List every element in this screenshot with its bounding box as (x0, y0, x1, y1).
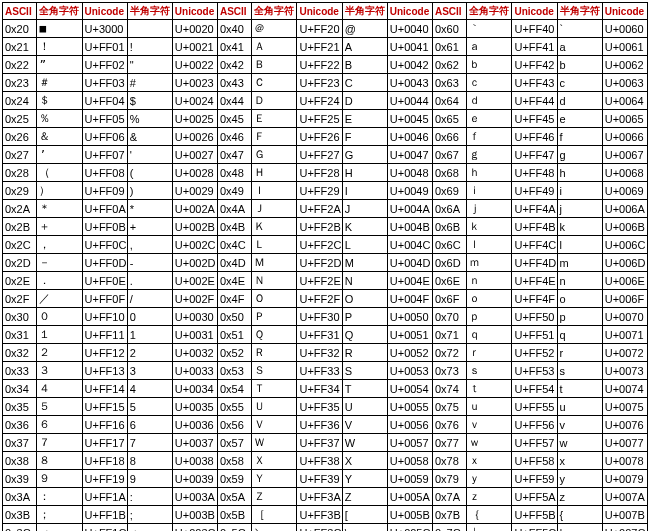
cell: Ｊ (252, 200, 297, 218)
cell: d (557, 92, 602, 110)
cell: Ｆ (252, 128, 297, 146)
cell: 0x66 (432, 128, 466, 146)
cell: ｖ (467, 416, 512, 434)
cell: D (342, 92, 387, 110)
cell: U+FF55 (512, 398, 557, 416)
cell: g (557, 146, 602, 164)
cell: Ｄ (252, 92, 297, 110)
cell: ( (127, 164, 172, 182)
cell: x (557, 452, 602, 470)
cell: ｃ (467, 74, 512, 92)
cell: U+0058 (387, 452, 432, 470)
cell: 0x2E (3, 272, 37, 290)
cell: U+FF49 (512, 182, 557, 200)
cell: Q (342, 326, 387, 344)
table-row: 0x38８U+FF188U+00380x58ＸU+FF38XU+00580x78… (3, 452, 648, 470)
cell: 0x2C (3, 236, 37, 254)
cell: 0x42 (217, 56, 251, 74)
cell: U+0025 (172, 110, 217, 128)
cell: U+002A (172, 200, 217, 218)
cell: U+FF4B (512, 218, 557, 236)
cell: ７ (37, 434, 82, 452)
cell: Ｙ (252, 470, 297, 488)
cell: U+002F (172, 290, 217, 308)
cell: U+FF54 (512, 380, 557, 398)
cell: U+FF11 (82, 326, 127, 344)
cell: 0x57 (217, 434, 251, 452)
cell: 0x72 (432, 344, 466, 362)
cell: 0x78 (432, 452, 466, 470)
cell: ｉ (467, 182, 512, 200)
cell: Ｉ (252, 182, 297, 200)
cell: U+FF29 (297, 182, 342, 200)
cell: U+002E (172, 272, 217, 290)
cell: U+0044 (387, 92, 432, 110)
cell: U+FF35 (297, 398, 342, 416)
cell: ＋ (37, 218, 82, 236)
cell: U+0024 (172, 92, 217, 110)
cell: m (557, 254, 602, 272)
cell: ９ (37, 470, 82, 488)
cell: U+FF56 (512, 416, 557, 434)
cell: 0x34 (3, 380, 37, 398)
cell: 7 (127, 434, 172, 452)
cell: ＃ (37, 74, 82, 92)
cell: Ｓ (252, 362, 297, 380)
cell: U+0072 (602, 344, 647, 362)
cell: L (342, 236, 387, 254)
cell: ｗ (467, 434, 512, 452)
cell: U+006E (602, 272, 647, 290)
cell: @ (342, 20, 387, 38)
h-uni2: Unicode (172, 3, 217, 20)
cell: U+FF41 (512, 38, 557, 56)
cell: 0x6C (432, 236, 466, 254)
cell: X (342, 452, 387, 470)
cell: U+004E (387, 272, 432, 290)
cell: U+0026 (172, 128, 217, 146)
cell: ６ (37, 416, 82, 434)
cell: 0x3C (3, 524, 37, 532)
cell: 0x73 (432, 362, 466, 380)
cell: U+0076 (602, 416, 647, 434)
cell: 0x7B (432, 506, 466, 524)
cell: 0x4B (217, 218, 251, 236)
cell: 0x6B (432, 218, 466, 236)
table-row: 0x25％U+FF05%U+00250x45ＥU+FF25EU+00450x65… (3, 110, 648, 128)
cell: ａ (467, 38, 512, 56)
table-row: 0x21！U+FF01!U+00210x41ＡU+FF21AU+00410x61… (3, 38, 648, 56)
cell: U+0054 (387, 380, 432, 398)
cell: U+0071 (602, 326, 647, 344)
cell: U+0037 (172, 434, 217, 452)
cell: ’ (37, 146, 82, 164)
cell: 0x61 (432, 38, 466, 56)
cell: U+0029 (172, 182, 217, 200)
cell: K (342, 218, 387, 236)
cell: U+FF1A (82, 488, 127, 506)
cell: s (557, 362, 602, 380)
cell: U+0059 (387, 470, 432, 488)
table-row: 0x34４U+FF144U+00340x54ＴU+FF34TU+00540x74… (3, 380, 648, 398)
cell: ｙ (467, 470, 512, 488)
cell: 6 (127, 416, 172, 434)
cell: y (557, 470, 602, 488)
table-row: 0x3A：U+FF1A:U+003A0x5AＺU+FF3AZU+005A0x7A… (3, 488, 648, 506)
cell: 0x27 (3, 146, 37, 164)
cell: 0x2D (3, 254, 37, 272)
cell: U+FF57 (512, 434, 557, 452)
cell: U+FF13 (82, 362, 127, 380)
cell: U+FF0C (82, 236, 127, 254)
cell: U+FF1C (82, 524, 127, 532)
cell: U+0070 (602, 308, 647, 326)
cell: U+FF28 (297, 164, 342, 182)
cell: U+FF3B (297, 506, 342, 524)
cell: 0x6D (432, 254, 466, 272)
table-row: 0x3B；U+FF1B;U+003B0x5B［U+FF3B[U+005B0x7B… (3, 506, 648, 524)
cell: U+0028 (172, 164, 217, 182)
cell: U+FF2D (297, 254, 342, 272)
cell: ｀ (467, 20, 512, 38)
cell: 0x4D (217, 254, 251, 272)
cell: ) (127, 182, 172, 200)
cell: 0x35 (3, 398, 37, 416)
cell: U+FF59 (512, 470, 557, 488)
cell: U+FF45 (512, 110, 557, 128)
